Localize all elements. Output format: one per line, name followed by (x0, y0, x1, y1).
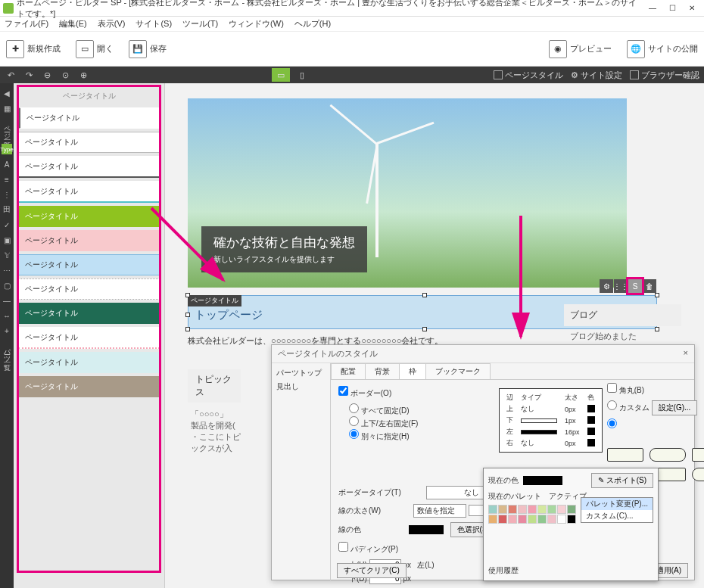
round-checkbox[interactable]: 角丸(B) (607, 386, 644, 394)
sidebar-link-icon[interactable]: ↔ (2, 310, 12, 321)
device-mobile-tab[interactable]: ▯ (293, 68, 311, 82)
menu-window[interactable]: ウィンドウ(W) (229, 18, 284, 30)
sidebar-bullet-icon[interactable]: ⋮ (2, 189, 12, 200)
color-swatch[interactable] (498, 505, 507, 514)
padding-checkbox[interactable]: パディング(P) (338, 545, 398, 553)
border-row-bottom[interactable]: 下1px (503, 415, 599, 426)
round-sample[interactable] (692, 448, 704, 462)
resize-handle[interactable] (185, 313, 190, 317)
redo-icon[interactable]: ↷ (23, 69, 35, 81)
menu-help[interactable]: ヘルプ(H) (294, 18, 331, 30)
dlg-tab-placement[interactable]: 配置 (331, 363, 366, 379)
border-opt-each[interactable]: 別々に指定(H) (349, 432, 410, 440)
style-sample-12[interactable]: ページタイトル (18, 376, 160, 397)
color-swatch[interactable] (537, 515, 547, 524)
color-swatch[interactable] (488, 505, 497, 514)
dlg-left-item-0[interactable]: パーツトップ (275, 366, 327, 380)
minimize-button[interactable]: — (643, 2, 662, 15)
sidebar-text-icon[interactable]: A (2, 159, 12, 170)
color-swatch[interactable] (508, 515, 517, 524)
resize-handle[interactable] (185, 327, 190, 331)
round-sample[interactable] (607, 448, 643, 462)
style-sample-3[interactable]: ページタイトル (18, 156, 160, 178)
style-sample-8[interactable]: ページタイトル (18, 278, 160, 300)
menu-tools[interactable]: ツール(T) (182, 18, 218, 30)
hero-image[interactable]: 確かな技術と自由な発想 新しいライフスタイルを提供します (188, 98, 627, 288)
sidebar-table-icon[interactable]: 田 (2, 204, 12, 215)
new-button[interactable]: ✚新規作成 (6, 40, 61, 58)
border-row-top[interactable]: 上なし0px (503, 403, 599, 415)
style-sample-2[interactable]: ページタイトル (18, 132, 160, 153)
block-style-button[interactable]: S (628, 279, 642, 293)
round-custom-radio[interactable]: カスタム (607, 403, 649, 412)
color-swatch[interactable] (537, 505, 547, 514)
menu-file[interactable]: ファイル(F) (5, 18, 48, 30)
undo-icon[interactable]: ↶ (5, 69, 17, 81)
sidebar-plus-icon[interactable]: + (2, 325, 12, 336)
save-button[interactable]: 💾保存 (129, 40, 167, 58)
menu-edit[interactable]: 編集(E) (59, 18, 87, 30)
border-row-left[interactable]: 左16px (503, 426, 599, 437)
round-sample[interactable] (649, 448, 686, 462)
clear-all-button[interactable]: すべてクリア(C) (337, 563, 407, 578)
dlg-tab-background[interactable]: 背景 (365, 363, 400, 379)
border-opt-all[interactable]: すべて固定(D) (349, 406, 410, 415)
resize-handle[interactable] (422, 293, 427, 297)
color-swatch[interactable] (528, 515, 537, 524)
zoom-out-icon[interactable]: ⊖ (41, 69, 53, 81)
color-swatch[interactable] (508, 505, 517, 514)
dlg-tab-bookmark[interactable]: ブックマーク (425, 363, 491, 379)
border-opt-tb[interactable]: 上下/左右固定(F) (349, 419, 418, 428)
block-grid-icon[interactable]: ⋮⋮ (614, 279, 628, 293)
style-sample-10[interactable]: ページタイトル (18, 327, 160, 349)
style-sample-5[interactable]: ページタイトル (18, 206, 160, 227)
dialog-close-button[interactable]: × (684, 348, 688, 359)
style-sample-1[interactable]: ページタイトル (18, 107, 160, 129)
sidebar-type-icon[interactable]: Type (2, 144, 12, 154)
palette-change-item[interactable]: パレット変更(P)... (581, 498, 653, 510)
zoom-reset-icon[interactable]: ⊙ (59, 69, 71, 81)
style-sample-4[interactable]: ページタイトル (18, 181, 160, 203)
border-checkbox[interactable]: ボーダー(O) (338, 389, 391, 397)
color-swatch[interactable] (547, 515, 556, 524)
round-sample[interactable] (692, 468, 704, 481)
menu-site[interactable]: サイト(S) (136, 18, 172, 30)
menu-view[interactable]: 表示(V) (98, 18, 126, 30)
style-sample-6[interactable]: ページタイトル (18, 230, 160, 251)
sidebar-more-icon[interactable]: ⋯ (2, 265, 12, 275)
topics-heading[interactable]: トピックス (188, 369, 241, 403)
color-swatch[interactable] (547, 505, 556, 514)
color-swatch[interactable] (528, 505, 537, 514)
block-delete-icon[interactable]: 🗑 (643, 279, 656, 293)
blog-heading[interactable]: ブログ (564, 304, 681, 326)
style-sample-7[interactable]: ページタイトル (18, 254, 160, 275)
palette-custom-item[interactable]: カスタム(C)... (581, 510, 653, 522)
dlg-left-item-1[interactable]: 見出し (275, 380, 327, 394)
round-settings-button[interactable]: 設定(G)... (652, 400, 698, 415)
sidebar-collapse-icon[interactable]: ◀ (2, 88, 12, 98)
sidebar-hr-icon[interactable]: — (2, 295, 12, 306)
zoom-in-icon[interactable]: ⊕ (77, 69, 89, 81)
round-preset-radio[interactable] (607, 418, 617, 428)
browser-check-button[interactable]: ブラウザー確認 (630, 70, 699, 81)
device-desktop-tab[interactable]: ▭ (272, 68, 290, 82)
block-settings-icon[interactable]: ⚙ (600, 279, 613, 293)
sidebar-image-icon[interactable]: ▣ (2, 235, 12, 245)
sidebar-pages-icon[interactable]: ▦ (2, 103, 12, 114)
resize-handle[interactable] (655, 293, 659, 297)
line-width-mode[interactable]: 数値を指定 (413, 504, 466, 518)
dlg-tab-border[interactable]: 枠 (399, 363, 426, 379)
color-swatch[interactable] (557, 505, 566, 514)
color-swatch[interactable] (498, 515, 507, 524)
color-swatch[interactable] (567, 515, 576, 524)
sidebar-list-icon[interactable]: ≡ (2, 174, 12, 185)
style-sample-11[interactable]: ページタイトル (18, 352, 160, 373)
close-button[interactable]: ✕ (683, 2, 701, 15)
color-swatch[interactable] (557, 515, 566, 524)
resize-handle[interactable] (422, 327, 427, 331)
color-swatch[interactable] (518, 515, 527, 524)
sidebar-map-icon[interactable]: ▢ (2, 280, 12, 291)
maximize-button[interactable]: ☐ (663, 2, 681, 15)
page-style-button[interactable]: ページスタイル (494, 70, 563, 81)
color-swatch[interactable] (488, 515, 497, 524)
